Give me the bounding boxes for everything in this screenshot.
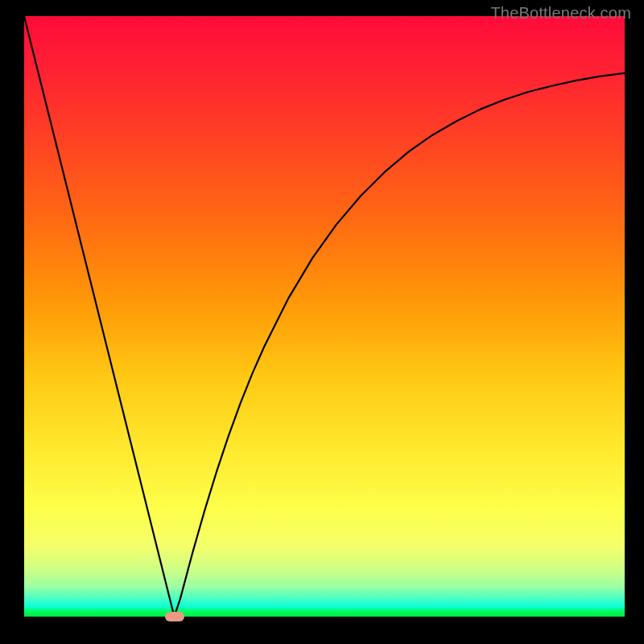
chart-frame: TheBottleneck.com (0, 0, 644, 644)
bottleneck-curve (24, 16, 625, 617)
optimum-marker (165, 612, 184, 621)
curve-svg (24, 16, 625, 617)
watermark-text: TheBottleneck.com (490, 4, 631, 23)
plot-area (24, 16, 625, 617)
